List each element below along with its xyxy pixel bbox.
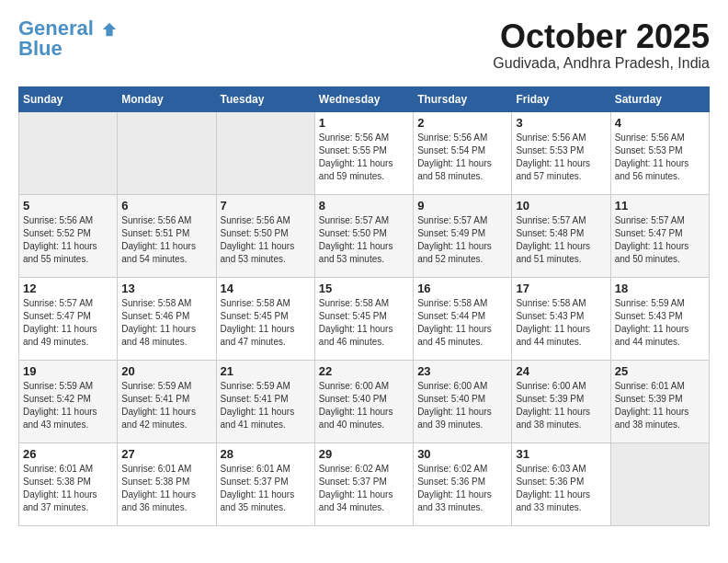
- calendar-week-row: 12Sunrise: 5:57 AM Sunset: 5:47 PM Dayli…: [19, 277, 710, 360]
- day-info: Sunrise: 5:59 AM Sunset: 5:43 PM Dayligh…: [615, 297, 705, 349]
- month-title: October 2025: [493, 18, 710, 55]
- day-number: 20: [121, 364, 211, 378]
- day-info: Sunrise: 6:02 AM Sunset: 5:37 PM Dayligh…: [319, 463, 409, 514]
- day-info: Sunrise: 5:56 AM Sunset: 5:55 PM Dayligh…: [319, 132, 409, 183]
- day-info: Sunrise: 6:01 AM Sunset: 5:39 PM Dayligh…: [615, 380, 705, 431]
- logo-icon: [101, 21, 118, 38]
- day-info: Sunrise: 6:03 AM Sunset: 5:36 PM Dayligh…: [516, 463, 606, 514]
- day-info: Sunrise: 5:57 AM Sunset: 5:47 PM Dayligh…: [23, 297, 113, 349]
- day-number: 14: [221, 282, 311, 295]
- day-number: 1: [319, 116, 409, 130]
- day-number: 27: [121, 447, 211, 461]
- day-number: 21: [221, 364, 311, 378]
- day-number: 6: [121, 199, 211, 213]
- calendar-cell: 19Sunrise: 5:59 AM Sunset: 5:42 PM Dayli…: [19, 360, 118, 442]
- day-info: Sunrise: 5:58 AM Sunset: 5:45 PM Dayligh…: [319, 297, 409, 349]
- calendar-week-row: 26Sunrise: 6:01 AM Sunset: 5:38 PM Dayli…: [19, 442, 710, 525]
- calendar-cell: 15Sunrise: 5:58 AM Sunset: 5:45 PM Dayli…: [314, 277, 413, 360]
- day-number: 13: [121, 282, 211, 295]
- calendar-cell: 11Sunrise: 5:57 AM Sunset: 5:47 PM Dayli…: [610, 194, 709, 277]
- day-number: 4: [615, 116, 705, 130]
- calendar-cell: 17Sunrise: 5:58 AM Sunset: 5:43 PM Dayli…: [512, 277, 610, 360]
- calendar-cell: 3Sunrise: 5:56 AM Sunset: 5:53 PM Daylig…: [512, 111, 610, 194]
- day-number: 22: [319, 364, 409, 378]
- day-info: Sunrise: 5:58 AM Sunset: 5:44 PM Dayligh…: [417, 297, 507, 349]
- logo-text: General: [18, 18, 118, 39]
- calendar-cell: 25Sunrise: 6:01 AM Sunset: 5:39 PM Dayli…: [610, 360, 709, 442]
- day-info: Sunrise: 5:57 AM Sunset: 5:47 PM Dayligh…: [615, 214, 705, 266]
- day-number: 11: [615, 199, 705, 213]
- day-info: Sunrise: 6:01 AM Sunset: 5:37 PM Dayligh…: [221, 463, 311, 514]
- day-number: 7: [221, 199, 311, 213]
- calendar-week-row: 5Sunrise: 5:56 AM Sunset: 5:52 PM Daylig…: [19, 194, 710, 277]
- day-info: Sunrise: 6:01 AM Sunset: 5:38 PM Dayligh…: [23, 463, 113, 514]
- weekday-header: Tuesday: [216, 86, 314, 111]
- day-info: Sunrise: 5:57 AM Sunset: 5:49 PM Dayligh…: [417, 214, 507, 266]
- day-info: Sunrise: 5:56 AM Sunset: 5:50 PM Dayligh…: [221, 214, 311, 266]
- day-info: Sunrise: 6:01 AM Sunset: 5:38 PM Dayligh…: [121, 463, 211, 514]
- weekday-header: Thursday: [414, 86, 512, 111]
- day-number: 23: [417, 364, 507, 378]
- day-number: 19: [23, 364, 113, 378]
- day-number: 30: [417, 447, 507, 461]
- day-info: Sunrise: 6:02 AM Sunset: 5:36 PM Dayligh…: [417, 463, 507, 514]
- day-number: 17: [516, 282, 606, 295]
- calendar-cell: [19, 111, 118, 194]
- weekday-header: Friday: [512, 86, 610, 111]
- day-info: Sunrise: 5:59 AM Sunset: 5:42 PM Dayligh…: [23, 380, 113, 431]
- weekday-header: Saturday: [610, 86, 709, 111]
- day-info: Sunrise: 5:56 AM Sunset: 5:51 PM Dayligh…: [121, 214, 211, 266]
- weekday-header: Monday: [118, 86, 216, 111]
- calendar-cell: 18Sunrise: 5:59 AM Sunset: 5:43 PM Dayli…: [610, 277, 709, 360]
- calendar-cell: 2Sunrise: 5:56 AM Sunset: 5:54 PM Daylig…: [414, 111, 512, 194]
- calendar-cell: 13Sunrise: 5:58 AM Sunset: 5:46 PM Dayli…: [118, 277, 216, 360]
- calendar-cell: 27Sunrise: 6:01 AM Sunset: 5:38 PM Dayli…: [118, 442, 216, 525]
- calendar-cell: 31Sunrise: 6:03 AM Sunset: 5:36 PM Dayli…: [512, 442, 610, 525]
- day-number: 24: [516, 364, 606, 378]
- day-number: 9: [417, 199, 507, 213]
- day-number: 16: [417, 282, 507, 295]
- day-number: 3: [516, 116, 606, 130]
- day-info: Sunrise: 5:56 AM Sunset: 5:53 PM Dayligh…: [516, 132, 606, 183]
- logo: General Blue: [18, 18, 118, 59]
- calendar-cell: 24Sunrise: 6:00 AM Sunset: 5:39 PM Dayli…: [512, 360, 610, 442]
- day-info: Sunrise: 5:58 AM Sunset: 5:46 PM Dayligh…: [121, 297, 211, 349]
- weekday-header: Wednesday: [314, 86, 413, 111]
- weekday-header-row: SundayMondayTuesdayWednesdayThursdayFrid…: [19, 86, 710, 111]
- day-info: Sunrise: 5:57 AM Sunset: 5:48 PM Dayligh…: [516, 214, 606, 266]
- location: Gudivada, Andhra Pradesh, India: [493, 55, 710, 72]
- day-info: Sunrise: 6:00 AM Sunset: 5:40 PM Dayligh…: [319, 380, 409, 431]
- day-info: Sunrise: 5:57 AM Sunset: 5:50 PM Dayligh…: [319, 214, 409, 266]
- day-number: 2: [417, 116, 507, 130]
- calendar-cell: 8Sunrise: 5:57 AM Sunset: 5:50 PM Daylig…: [314, 194, 413, 277]
- logo-blue: Blue: [18, 39, 63, 59]
- calendar-cell: [610, 442, 709, 525]
- day-info: Sunrise: 5:59 AM Sunset: 5:41 PM Dayligh…: [221, 380, 311, 431]
- day-info: Sunrise: 6:00 AM Sunset: 5:40 PM Dayligh…: [417, 380, 507, 431]
- page-header: General Blue October 2025 Gudivada, Andh…: [18, 18, 710, 72]
- calendar-cell: 4Sunrise: 5:56 AM Sunset: 5:53 PM Daylig…: [610, 111, 709, 194]
- day-info: Sunrise: 5:58 AM Sunset: 5:45 PM Dayligh…: [221, 297, 311, 349]
- calendar-cell: 6Sunrise: 5:56 AM Sunset: 5:51 PM Daylig…: [118, 194, 216, 277]
- calendar-cell: 20Sunrise: 5:59 AM Sunset: 5:41 PM Dayli…: [118, 360, 216, 442]
- calendar-cell: 29Sunrise: 6:02 AM Sunset: 5:37 PM Dayli…: [314, 442, 413, 525]
- day-info: Sunrise: 5:56 AM Sunset: 5:54 PM Dayligh…: [417, 132, 507, 183]
- day-number: 5: [23, 199, 113, 213]
- calendar-cell: 7Sunrise: 5:56 AM Sunset: 5:50 PM Daylig…: [216, 194, 314, 277]
- day-number: 31: [516, 447, 606, 461]
- calendar-week-row: 19Sunrise: 5:59 AM Sunset: 5:42 PM Dayli…: [19, 360, 710, 442]
- weekday-header: Sunday: [19, 86, 118, 111]
- calendar-cell: [118, 111, 216, 194]
- calendar-cell: 28Sunrise: 6:01 AM Sunset: 5:37 PM Dayli…: [216, 442, 314, 525]
- day-number: 29: [319, 447, 409, 461]
- day-number: 18: [615, 282, 705, 295]
- title-block: October 2025 Gudivada, Andhra Pradesh, I…: [493, 18, 710, 72]
- calendar-cell: 9Sunrise: 5:57 AM Sunset: 5:49 PM Daylig…: [414, 194, 512, 277]
- day-number: 26: [23, 447, 113, 461]
- calendar-cell: 12Sunrise: 5:57 AM Sunset: 5:47 PM Dayli…: [19, 277, 118, 360]
- calendar-week-row: 1Sunrise: 5:56 AM Sunset: 5:55 PM Daylig…: [19, 111, 710, 194]
- day-number: 15: [319, 282, 409, 295]
- calendar-cell: 26Sunrise: 6:01 AM Sunset: 5:38 PM Dayli…: [19, 442, 118, 525]
- calendar-cell: 21Sunrise: 5:59 AM Sunset: 5:41 PM Dayli…: [216, 360, 314, 442]
- calendar-cell: 30Sunrise: 6:02 AM Sunset: 5:36 PM Dayli…: [414, 442, 512, 525]
